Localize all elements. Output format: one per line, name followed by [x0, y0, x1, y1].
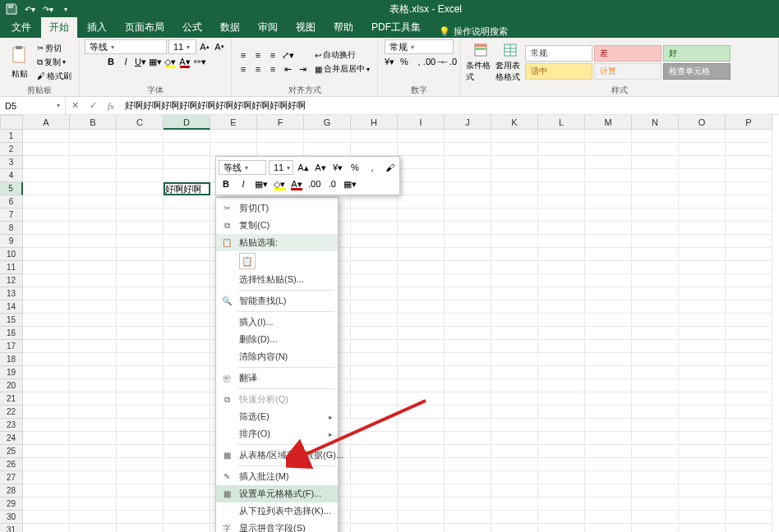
col-header[interactable]: C — [117, 115, 164, 130]
cell[interactable] — [70, 314, 117, 327]
save-icon[interactable] — [5, 2, 18, 16]
cell[interactable] — [538, 156, 585, 169]
cell[interactable] — [23, 222, 70, 235]
cell[interactable] — [632, 406, 679, 419]
cell[interactable] — [351, 235, 398, 248]
cell[interactable] — [210, 143, 257, 156]
cell[interactable] — [351, 248, 398, 261]
cell[interactable] — [398, 445, 445, 458]
tell-me-search[interactable]: 💡 操作说明搜索 — [439, 25, 508, 38]
cell[interactable] — [23, 419, 70, 432]
cell[interactable] — [726, 419, 772, 432]
cell[interactable] — [491, 340, 538, 353]
cell[interactable] — [117, 314, 164, 327]
cell[interactable] — [445, 261, 491, 274]
cell[interactable] — [164, 458, 210, 471]
cell[interactable] — [585, 353, 632, 366]
cell[interactable] — [351, 340, 398, 353]
cell[interactable] — [351, 498, 398, 511]
cell[interactable] — [351, 222, 398, 235]
cell[interactable] — [632, 353, 679, 366]
cell[interactable] — [164, 432, 210, 445]
cell[interactable] — [351, 432, 398, 445]
cell[interactable] — [70, 353, 117, 366]
col-header[interactable]: K — [491, 115, 538, 130]
cell[interactable] — [445, 419, 491, 432]
cell[interactable] — [117, 340, 164, 353]
cell[interactable] — [23, 445, 70, 458]
cell[interactable] — [679, 327, 726, 340]
align-top-icon[interactable]: ≡ — [237, 48, 250, 62]
cell[interactable] — [23, 261, 70, 274]
cell[interactable] — [23, 235, 70, 248]
cell[interactable] — [726, 182, 772, 195]
style-swatch[interactable]: 适中 — [525, 63, 592, 80]
cell[interactable] — [164, 392, 210, 406]
cell[interactable] — [117, 445, 164, 458]
col-header[interactable]: H — [351, 115, 398, 130]
row-header[interactable]: 5 — [0, 182, 23, 195]
cell[interactable] — [632, 340, 679, 353]
cell[interactable] — [538, 392, 585, 406]
cell[interactable] — [23, 379, 70, 392]
cell[interactable] — [679, 130, 726, 143]
format-painter-button[interactable]: 🖌格式刷 — [35, 70, 74, 83]
cell[interactable] — [538, 143, 585, 156]
align-bottom-icon[interactable]: ≡ — [266, 48, 279, 62]
number-format-combo[interactable]: 常规 — [385, 39, 454, 54]
cell[interactable] — [398, 524, 445, 532]
cell[interactable] — [398, 195, 445, 209]
cell[interactable] — [23, 287, 70, 300]
cell[interactable] — [491, 195, 538, 209]
cell[interactable] — [70, 130, 117, 143]
cell[interactable] — [445, 182, 491, 195]
cell[interactable] — [70, 261, 117, 274]
cell[interactable] — [491, 182, 538, 195]
cell[interactable] — [164, 274, 210, 287]
cut-button[interactable]: ✂剪切 — [35, 42, 74, 55]
cell[interactable] — [117, 287, 164, 300]
cell[interactable] — [585, 419, 632, 432]
cell[interactable] — [117, 379, 164, 392]
cell[interactable] — [23, 314, 70, 327]
cell[interactable] — [585, 484, 632, 498]
cells-area[interactable]: 好啊好啊 啊好啊 — [23, 130, 779, 532]
cell[interactable] — [585, 445, 632, 458]
align-right-icon[interactable]: ≡ — [266, 62, 279, 76]
cell[interactable] — [117, 498, 164, 511]
cell[interactable] — [164, 314, 210, 327]
cell[interactable] — [585, 169, 632, 182]
fill-color-button[interactable]: ◇▾ — [164, 55, 177, 68]
wrap-text-button[interactable]: ↩自动换行 — [312, 48, 372, 62]
cell[interactable] — [117, 130, 164, 143]
mini-fill-color[interactable]: ◇▾ — [272, 177, 287, 191]
mini-border[interactable]: ▦▾ — [253, 177, 270, 191]
cell[interactable] — [632, 524, 679, 532]
cell[interactable] — [491, 366, 538, 379]
cell[interactable] — [632, 222, 679, 235]
cell[interactable] — [445, 340, 491, 353]
cell[interactable] — [398, 274, 445, 287]
cell[interactable] — [351, 458, 398, 471]
cell[interactable] — [70, 406, 117, 419]
cell[interactable] — [585, 156, 632, 169]
cell[interactable] — [117, 458, 164, 471]
cell[interactable] — [117, 524, 164, 532]
cell[interactable] — [445, 366, 491, 379]
cell[interactable] — [445, 498, 491, 511]
cell[interactable] — [445, 471, 491, 484]
cell[interactable] — [585, 511, 632, 524]
cell-styles-gallery[interactable]: 常规差好适中计算检查单元格 — [525, 45, 731, 80]
cell[interactable] — [398, 392, 445, 406]
cell[interactable] — [445, 379, 491, 392]
cell[interactable] — [164, 156, 210, 169]
cell[interactable] — [23, 248, 70, 261]
cell[interactable] — [585, 300, 632, 314]
tab-pagelayout[interactable]: 页面布局 — [117, 17, 173, 38]
col-header[interactable]: O — [679, 115, 726, 130]
cell[interactable] — [117, 327, 164, 340]
increase-font-icon[interactable]: A▴ — [198, 40, 211, 53]
cell[interactable] — [164, 498, 210, 511]
cell[interactable] — [585, 471, 632, 484]
cell[interactable] — [585, 406, 632, 419]
